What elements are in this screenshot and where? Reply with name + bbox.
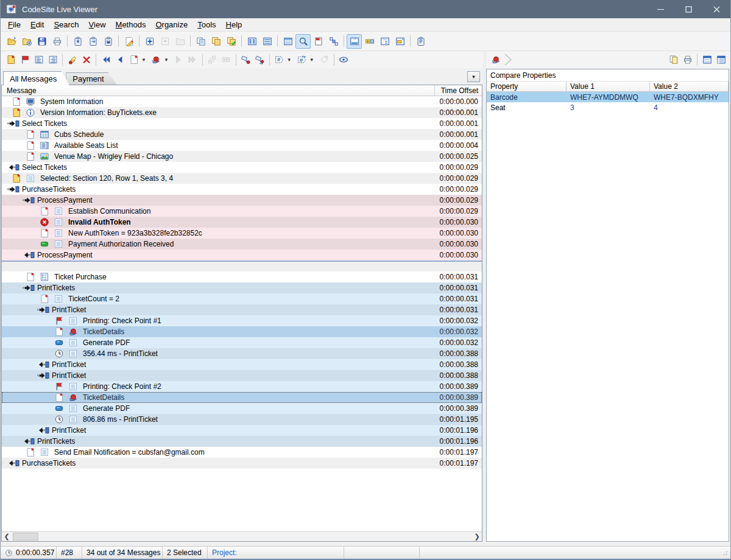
print-small-button[interactable] [680,53,694,66]
save-button[interactable] [34,34,49,49]
dropdown-arrow-icon[interactable]: ▼ [287,57,292,63]
column-header-value1[interactable]: Value 1 [567,82,650,92]
panel-split-h-button[interactable] [700,53,714,66]
note-edit-button[interactable] [121,34,136,49]
dropdown-arrow-icon[interactable]: ▼ [164,57,169,63]
message-row[interactable]: Generate PDF0:00:00.389 [2,403,482,414]
tab-list-dropdown-button[interactable]: ▼ [467,71,480,82]
message-row[interactable]: Cubs Schedule0:00:00.001 [2,129,482,140]
clipboard-props-button[interactable] [413,34,428,49]
menu-methods[interactable]: Methods [111,19,151,30]
menu-organize[interactable]: Organize [150,19,192,30]
note-yellow-button[interactable] [4,53,18,66]
folder-closed-button[interactable] [172,34,188,49]
maximize-button[interactable] [674,0,702,18]
message-row[interactable]: PrintTicket0:00:00.388 [2,370,482,381]
copy-pages-button[interactable] [666,53,680,66]
message-row[interactable]: Send Email Notification = cubsfan@gmail.… [2,447,482,458]
folder-open-button[interactable] [4,34,19,49]
link-nodes-button[interactable] [326,34,341,49]
message-row[interactable]: Payment Authorization Received0:00:00.03… [2,239,482,250]
delete-red-button[interactable] [79,53,93,66]
tab-all-messages[interactable]: All Messages [3,71,69,85]
expand-box-button[interactable] [362,34,377,49]
print-button[interactable] [49,34,65,49]
message-row[interactable]: PrintTickets0:00:01.196 [2,436,482,447]
message-row[interactable]: TicketDetails0:00:00.389 [2,392,482,403]
message-row[interactable]: TicketCount = 20:00:00.031 [2,293,482,304]
message-row[interactable]: Establish Communication0:00:00.029 [2,206,482,217]
message-row[interactable]: PurchaseTickets0:00:00.029 [2,184,482,195]
clipboard-save-button[interactable] [101,34,116,49]
message-row[interactable]: PurchaseTickets0:00:01.197 [2,458,482,469]
nav-first-button[interactable] [99,53,113,66]
two-notes-button[interactable] [193,34,208,49]
indent-panel-button[interactable] [377,34,392,49]
message-book-button[interactable] [311,34,326,49]
message-row[interactable]: Ticket Purchase0:00:00.031 [2,271,482,282]
clear-stamp-button[interactable] [239,53,253,66]
tab-payment[interactable]: Payment [66,72,116,85]
close-button[interactable] [702,0,730,18]
object-inspector-button[interactable] [489,53,503,66]
check-stack-button[interactable] [224,34,239,49]
message-row[interactable]: Venue Map - Wrigley Field - Chicago0:00:… [2,151,482,162]
menu-edit[interactable]: Edit [26,19,49,30]
flag-red-button[interactable] [18,53,32,66]
object-send-button[interactable] [149,53,163,66]
scroll-left-icon[interactable]: ❮ [2,532,12,541]
hash-mark-button[interactable]: # [272,53,286,66]
message-row[interactable]: PrintTicket0:00:01.196 [2,425,482,436]
message-row[interactable]: PrintTickets0:00:00.031 [2,282,482,293]
nav-prev-button[interactable] [113,53,127,66]
hash-goto-button[interactable]: # [295,53,309,66]
clear-stamp-all-button[interactable] [253,53,267,66]
column-header-time-offset[interactable]: Time Offset [434,85,482,96]
expand-plus-button[interactable] [219,53,233,66]
scrollbar-thumb[interactable] [13,533,38,541]
message-row[interactable]: 356.44 ms - PrintTicket0:00:00.388 [2,348,482,359]
menu-view[interactable]: View [84,19,111,30]
scrollbar-track[interactable] [12,532,472,541]
view-rows-button[interactable] [260,34,275,49]
message-row[interactable]: ProcessPayment0:00:00.029 [2,195,482,206]
align-right-button[interactable] [46,53,60,66]
column-header-property[interactable]: Property [487,82,567,92]
message-row[interactable]: New AuthToken = 923a3b328fe2b32852c0:00:… [2,228,482,239]
menu-help[interactable]: Help [221,19,247,30]
view-columns-button[interactable] [244,34,260,49]
message-row[interactable]: Available Seats List0:00:00.004 [2,140,482,151]
column-header-value2[interactable]: Value 2 [650,82,729,92]
folder-add-button[interactable] [19,34,34,49]
horizontal-scrollbar[interactable]: ❮ ❯ [2,531,482,541]
panel-bottom-button[interactable] [347,34,362,49]
message-row[interactable]: Printing: Check Point #10:00:00.032 [2,315,482,326]
message-row[interactable]: PrintTicket0:00:00.388 [2,359,482,370]
message-row[interactable]: Invalid AuthToken0:00:00.030 [2,217,482,228]
menu-search[interactable]: Search [49,19,83,30]
nav-last-button[interactable] [186,53,200,66]
message-row[interactable]: Select Tickets0:00:00.001 [2,118,482,129]
swap-boxes-button[interactable] [205,53,219,66]
add-message-button[interactable] [142,34,157,49]
message-row[interactable]: System Information0:00:00.000 [2,96,482,107]
copy-stack-button[interactable] [208,34,224,49]
menu-tools[interactable]: Tools [192,19,221,30]
message-row[interactable]: Selected: Section 120, Row 1, Seats 3, 4… [2,173,482,184]
search-button[interactable] [295,34,311,49]
message-row[interactable]: Generate PDF0:00:00.032 [2,337,482,348]
message-row[interactable]: Version Information: BuyTickets.exe0:00:… [2,107,482,118]
align-left-button[interactable] [32,53,46,66]
message-row[interactable]: TicketDetails0:00:00.032 [2,326,482,337]
erase-button[interactable] [65,53,79,66]
message-row[interactable]: PrintTicket0:00:00.031 [2,304,482,315]
menu-file[interactable]: File [3,19,26,30]
minimize-button[interactable] [646,0,674,18]
clipboard-open-button[interactable] [85,34,101,49]
tag-button[interactable] [317,53,331,66]
message-row[interactable]: Select Tickets0:00:00.029 [2,162,482,173]
nav-next-button[interactable] [172,53,186,66]
panel-split-v-button[interactable] [714,53,728,66]
scroll-right-icon[interactable]: ❯ [472,532,482,541]
collapse-parent-button[interactable] [157,34,172,49]
